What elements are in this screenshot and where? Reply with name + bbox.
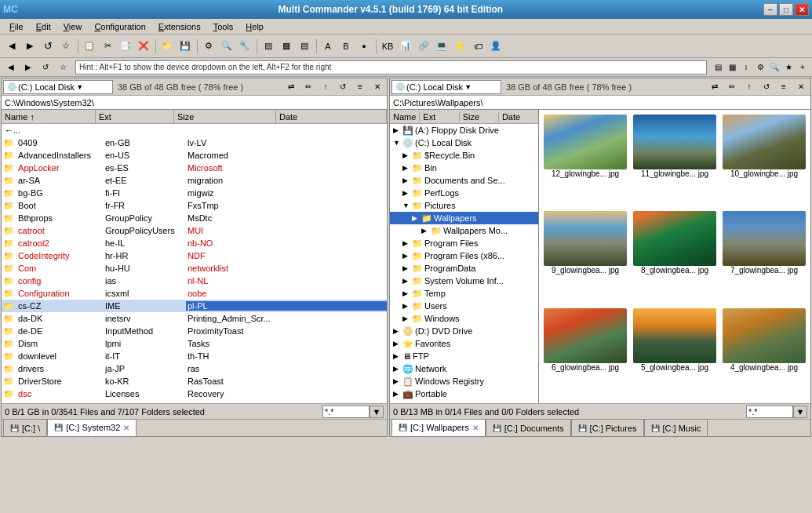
tree-expand-icon[interactable]: ▶: [402, 277, 412, 285]
col-size[interactable]: Size: [174, 110, 276, 123]
right-path-btn[interactable]: ✏: [724, 80, 740, 94]
right-close-btn[interactable]: ✕: [793, 80, 809, 94]
left-tab-2-close[interactable]: ✕: [123, 424, 129, 432]
tree-col-size[interactable]: Size: [460, 112, 499, 122]
extra1-button[interactable]: KB: [379, 38, 396, 55]
nav-favorite[interactable]: ☆: [55, 60, 71, 75]
tree-item[interactable]: ▶📁System Volume Inf...: [390, 275, 538, 287]
tree-item[interactable]: ▶📁Program Files (x86...: [390, 249, 538, 262]
menu-configuration[interactable]: Configuration: [88, 20, 151, 33]
menu-tools[interactable]: Tools: [207, 20, 240, 33]
close-button[interactable]: ✕: [795, 3, 809, 16]
right-filter-btn[interactable]: ▼: [793, 406, 807, 418]
left-file-row[interactable]: 📁 cs-CZIMEpl-PL: [2, 300, 387, 312]
col-date[interactable]: Date: [276, 110, 387, 123]
tree-item[interactable]: ▶💾(A:) Floppy Disk Drive: [390, 124, 538, 136]
copy-button[interactable]: 📋: [81, 38, 98, 55]
favorite-button[interactable]: ☆: [57, 38, 75, 55]
view2-button[interactable]: ▦: [278, 38, 295, 55]
extra5-button[interactable]: ⭐: [451, 38, 468, 55]
left-tab-2[interactable]: 💾 [C:] System32 ✕: [47, 419, 137, 436]
tree-expand-icon[interactable]: ▶: [393, 352, 402, 360]
left-file-row[interactable]: 📁 DismlpmiTasks: [2, 337, 387, 350]
tree-item[interactable]: ▶📀(D:) DVD Drive: [390, 325, 538, 337]
nav-extra5[interactable]: 🔍: [768, 60, 781, 75]
right-tab-1[interactable]: 💾 [C:] Wallpapers ✕: [391, 419, 486, 436]
menu-view[interactable]: View: [57, 20, 89, 33]
thumbnail-item[interactable]: 10_glowingbe... jpg: [721, 113, 807, 206]
extra6-button[interactable]: 🏷: [469, 38, 486, 55]
thumbnail-item[interactable]: 4_glowingbea... jpg: [721, 307, 807, 400]
delete-button[interactable]: ❌: [135, 38, 152, 55]
thumbnail-item[interactable]: 8_glowingbea... jpg: [632, 209, 718, 303]
tree-expand-icon[interactable]: ▶: [402, 289, 412, 297]
tree-expand-icon[interactable]: ▶: [402, 252, 412, 260]
extra2-button[interactable]: 📊: [397, 38, 414, 55]
left-file-row[interactable]: 📁 CodeIntegrityhr-HRNDF: [2, 249, 387, 262]
newfolder-button[interactable]: 📁: [158, 38, 176, 55]
tree-expand-icon[interactable]: ▶: [393, 377, 402, 385]
right-sync-btn[interactable]: ⇄: [707, 80, 723, 94]
right-tab-2[interactable]: 💾 [C:] Documents: [486, 419, 571, 436]
tree-item[interactable]: ▶📁$Recycle.Bin: [390, 149, 538, 162]
right-up-btn[interactable]: ↑: [741, 80, 757, 94]
nav-extra3[interactable]: ↕: [740, 60, 752, 75]
left-file-row[interactable]: 📁 Bootfr-FRFxsTmp: [2, 199, 387, 212]
drive2-button[interactable]: B: [337, 38, 355, 55]
left-file-row[interactable]: 📁 da-DKinetsrvPrinting_Admin_Scr...: [2, 312, 387, 325]
left-file-row[interactable]: 📁 AppLockeres-ESMicrosoft: [2, 162, 387, 174]
minimize-button[interactable]: −: [763, 3, 777, 16]
col-ext[interactable]: Ext: [96, 110, 174, 123]
tree-expand-icon[interactable]: ▶: [393, 340, 402, 347]
left-file-row[interactable]: 📁 downlevelit-ITth-TH: [2, 350, 387, 362]
back-button[interactable]: ◀: [3, 38, 20, 55]
tree-item[interactable]: ▶📁Documents and Se...: [390, 174, 538, 187]
left-settings-btn[interactable]: ≡: [352, 80, 368, 94]
right-tab-1-close[interactable]: ✕: [472, 424, 479, 432]
tree-item[interactable]: ▶📋Windows Registry: [390, 375, 538, 387]
left-file-row[interactable]: ←...: [2, 124, 387, 136]
right-tab-4[interactable]: 💾 [C:] Music: [644, 419, 708, 436]
thumbnail-item[interactable]: 7_glowingbea... jpg: [721, 209, 807, 303]
left-up-btn[interactable]: ↑: [318, 80, 333, 94]
tree-expand-icon[interactable]: ▶: [421, 227, 431, 235]
nav-extra1[interactable]: ▤: [712, 60, 724, 75]
paste-button[interactable]: 📑: [117, 38, 134, 55]
tree-item[interactable]: ▶📁ProgramData: [390, 262, 538, 275]
left-file-row[interactable]: 📁 Configurationicsxmloobe: [2, 287, 387, 300]
tree-expand-icon[interactable]: ▶: [402, 239, 412, 247]
thumbnail-item[interactable]: 12_glowingbe... jpg: [542, 113, 628, 206]
tree-expand-icon[interactable]: ▶: [402, 264, 412, 272]
tree-item[interactable]: ▶📁Windows: [390, 312, 538, 325]
extra4-button[interactable]: 💻: [433, 38, 450, 55]
tree-col-name[interactable]: Name: [390, 112, 420, 122]
refresh-button[interactable]: ↺: [39, 38, 56, 55]
left-file-row[interactable]: 📁 el-GRLogFilesrestore: [2, 400, 387, 403]
left-file-row[interactable]: 📁 AdvancedInstallersen-USMacromed: [2, 149, 387, 162]
tree-item[interactable]: ▶🌐Network: [390, 362, 538, 375]
cut-button[interactable]: ✂: [99, 38, 116, 55]
forward-button[interactable]: ▶: [21, 38, 38, 55]
menu-help[interactable]: Help: [239, 20, 270, 33]
tree-item[interactable]: ▶💼Portable: [390, 387, 538, 400]
tree-expand-icon[interactable]: ▼: [402, 202, 412, 209]
tree-expand-icon[interactable]: ▶: [402, 315, 412, 322]
tree-item[interactable]: ▶📁PerfLogs: [390, 187, 538, 199]
left-file-row[interactable]: 📁 catrootGroupPolicyUsersMUI: [2, 224, 387, 237]
menu-edit[interactable]: Edit: [30, 20, 57, 33]
left-file-row[interactable]: 📁 de-DEInputMethodProximityToast: [2, 325, 387, 337]
left-file-row[interactable]: 📁 BthpropsGroupPolicyMsDtc: [2, 212, 387, 224]
nav-refresh[interactable]: ↺: [38, 60, 53, 75]
nav-forward[interactable]: ▶: [20, 60, 36, 75]
tree-expand-icon[interactable]: ▶: [402, 176, 412, 184]
tree-item[interactable]: ▶🖥FTP: [390, 350, 538, 362]
left-file-row[interactable]: 📁 configiasnl-NL: [2, 275, 387, 287]
left-drive-dropdown[interactable]: 💿 (C:) Local Disk ▼: [3, 80, 113, 94]
tree-expand-icon[interactable]: ▶: [412, 214, 421, 222]
color-button[interactable]: ●: [355, 38, 373, 55]
tree-expand-icon[interactable]: ▶: [393, 126, 402, 134]
extra3-button[interactable]: 🔗: [415, 38, 432, 55]
left-path-btn[interactable]: ✏: [300, 80, 316, 94]
tree-expand-icon[interactable]: ▶: [393, 390, 402, 398]
left-file-row[interactable]: 📁 driversja-JPras: [2, 362, 387, 375]
